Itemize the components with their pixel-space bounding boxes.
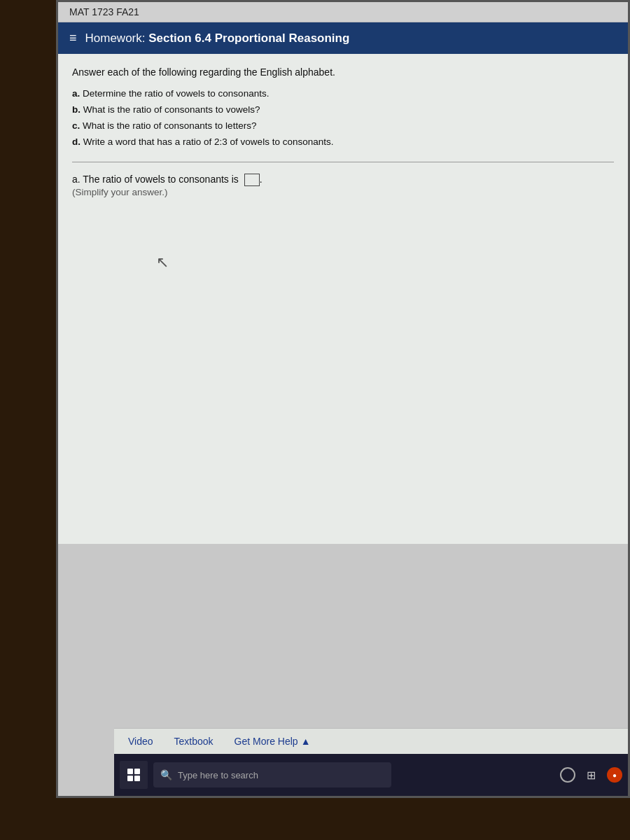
question-b-label: b. xyxy=(72,104,83,115)
video-link[interactable]: Video xyxy=(128,736,153,747)
bottom-toolbar: Video Textbook Get More Help ▲ xyxy=(114,728,628,754)
question-intro: Answer each of the following regarding t… xyxy=(72,66,614,78)
question-a-label: a. xyxy=(72,88,83,99)
question-d: d. Write a word that has a ratio of 2:3 … xyxy=(72,134,614,150)
main-content: Answer each of the following regarding t… xyxy=(58,54,628,544)
question-a-text: Determine the ratio of vowels to consona… xyxy=(83,88,269,99)
taskbar-taskview-icon[interactable]: ⊞ xyxy=(587,769,596,782)
answer-input-box[interactable] xyxy=(244,174,260,186)
course-title: MAT 1723 FA21 xyxy=(69,6,139,18)
question-c-label: c. xyxy=(72,120,83,131)
question-a: a. Determine the ratio of vowels to cons… xyxy=(72,86,614,102)
answer-part-a-label: a. The ratio of vowels to consonants is xyxy=(72,174,239,185)
hamburger-icon[interactable]: ≡ xyxy=(69,31,77,46)
question-d-label: d. xyxy=(72,136,83,147)
question-c-text: What is the ratio of consonants to lette… xyxy=(83,120,256,131)
simplify-note: (Simplify your answer.) xyxy=(72,187,168,197)
taskbar-search-bar[interactable]: 🔍 Type here to search xyxy=(153,762,391,788)
course-bar: MAT 1723 FA21 xyxy=(58,2,628,22)
get-more-help-chevron: ▲ xyxy=(301,736,311,747)
windows-start-button[interactable] xyxy=(120,761,148,789)
header-bar: ≡ Homework: Section 6.4 Proportional Rea… xyxy=(58,22,628,54)
answer-section: a. The ratio of vowels to consonants is … xyxy=(72,174,614,197)
search-icon: 🔍 xyxy=(160,769,172,780)
header-title: Homework: Section 6.4 Proportional Reaso… xyxy=(85,31,350,46)
screen: MAT 1723 FA21 ≡ Homework: Section 6.4 Pr… xyxy=(56,0,630,798)
question-b: b. What is the ratio of consonants to vo… xyxy=(72,102,614,118)
taskbar: 🔍 Type here to search ⊞ ● xyxy=(114,754,628,796)
get-more-help-button[interactable]: Get More Help ▲ xyxy=(234,736,311,747)
search-placeholder-text: Type here to search xyxy=(178,770,258,780)
question-b-text: What is the ratio of consonants to vowel… xyxy=(83,104,260,115)
header-title-bold: Section 6.4 Proportional Reasoning xyxy=(148,31,349,45)
notification-dot: ● xyxy=(612,771,617,779)
left-bezel xyxy=(0,0,56,840)
windows-logo-icon xyxy=(127,769,140,781)
cursor-area: ↖ xyxy=(156,253,614,272)
bottom-wood xyxy=(0,798,630,840)
taskbar-notification-icon[interactable]: ● xyxy=(607,767,622,783)
divider xyxy=(72,162,614,162)
question-list: a. Determine the ratio of vowels to cons… xyxy=(72,86,614,150)
taskbar-circle-icon[interactable] xyxy=(560,767,575,783)
header-title-prefix: Homework: xyxy=(85,31,149,45)
question-c: c. What is the ratio of consonants to le… xyxy=(72,118,614,134)
get-more-help-label: Get More Help xyxy=(234,736,298,747)
taskbar-right-icons: ⊞ ● xyxy=(560,767,622,783)
textbook-link[interactable]: Textbook xyxy=(174,736,214,747)
question-d-text: Write a word that has a ratio of 2:3 of … xyxy=(83,136,334,147)
